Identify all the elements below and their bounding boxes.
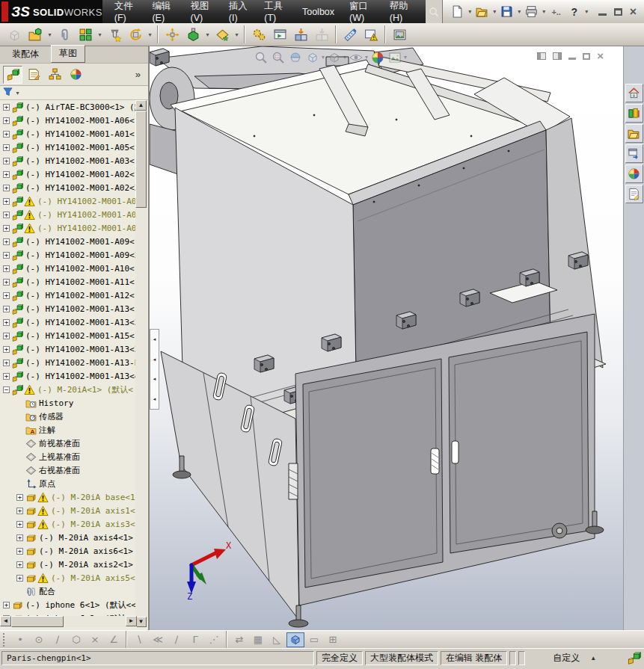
hide-show-items-button[interactable] bbox=[348, 49, 364, 65]
tree-item[interactable]: +(-) HY141002-M001-A07<1 bbox=[0, 208, 136, 221]
minimize-button[interactable] bbox=[598, 8, 607, 16]
take-snapshot-button[interactable] bbox=[390, 25, 409, 44]
insert-components-dropdown-icon[interactable]: ▾ bbox=[46, 31, 53, 38]
tree-item[interactable]: +(-) AirTAE-BC3000<1> (默认 bbox=[0, 100, 136, 114]
expand-icon[interactable]: + bbox=[3, 292, 10, 299]
tree-item[interactable]: +(-) HY141002-M001-A13-P bbox=[0, 356, 136, 369]
shaded-view-button[interactable] bbox=[286, 632, 304, 647]
tree-item[interactable]: A注解 bbox=[0, 423, 136, 437]
viewport-close-icon[interactable]: × bbox=[597, 52, 604, 60]
move-component-button[interactable] bbox=[162, 25, 182, 44]
pane-view-button[interactable]: ▭ bbox=[305, 632, 323, 647]
reference-geometry-button[interactable] bbox=[212, 25, 232, 44]
expand-icon[interactable]: + bbox=[16, 534, 23, 541]
tree-item[interactable]: +(-) HY141002-M001-A13<4 bbox=[0, 369, 136, 383]
expand-icon[interactable]: + bbox=[3, 144, 10, 151]
collapse-icon[interactable]: − bbox=[3, 386, 10, 393]
menu-工具T[interactable]: 工具(T) bbox=[257, 0, 295, 23]
corner-snap-button[interactable]: Γ bbox=[186, 632, 204, 647]
smart-fasteners-button[interactable] bbox=[105, 25, 124, 44]
exploded-view-button[interactable] bbox=[249, 25, 269, 44]
close-button[interactable]: × bbox=[630, 8, 637, 16]
line-snap-button[interactable]: ∕ bbox=[49, 632, 67, 647]
new-document-dropdown-icon[interactable]: ▾ bbox=[467, 8, 473, 15]
status-custom[interactable]: 自定义 ▲ bbox=[553, 652, 596, 665]
measure-button[interactable] bbox=[340, 25, 360, 44]
tree-item[interactable]: 上视基准面 bbox=[0, 450, 136, 463]
new-document-button[interactable] bbox=[449, 3, 467, 21]
custom-caret-icon[interactable]: ▲ bbox=[590, 655, 596, 662]
help-dropdown-icon[interactable]: ▾ bbox=[583, 8, 590, 15]
menu-编辑E[interactable]: 编辑(E) bbox=[144, 0, 183, 23]
tree-item[interactable]: History bbox=[0, 396, 136, 410]
tree-item[interactable]: +(-) M-20iA axis3< bbox=[0, 517, 136, 531]
tree-item[interactable]: +(-) M-20iA axis6<1> bbox=[0, 544, 136, 558]
filter-funnel-icon[interactable] bbox=[3, 86, 13, 99]
tree-item[interactable]: +(-) M-20iA axis2<1> bbox=[0, 558, 136, 571]
expand-icon[interactable]: + bbox=[3, 602, 10, 608]
featuremanager-tab[interactable] bbox=[3, 66, 22, 84]
expand-icon[interactable]: + bbox=[3, 346, 10, 353]
tree-item[interactable]: 右视基准面 bbox=[0, 463, 136, 477]
menu-视图V[interactable]: 视图(V) bbox=[183, 0, 221, 23]
angle-snap-button[interactable]: ∠ bbox=[105, 632, 123, 647]
tree-horizontal-scrollbar[interactable]: ◄ ► bbox=[0, 616, 137, 627]
view-orientation-button[interactable] bbox=[304, 49, 320, 65]
table-view-button[interactable]: ⊞ bbox=[324, 632, 342, 647]
zoom-to-fit-button[interactable] bbox=[253, 49, 269, 65]
tree-item[interactable]: +(-) M-20iA base<1 bbox=[0, 490, 136, 504]
tree-vertical-scrollbar[interactable]: ▲ ▼ bbox=[135, 100, 147, 627]
menu-帮助H[interactable]: 帮助(H) bbox=[382, 0, 421, 23]
stretch-snap-button[interactable]: ⇄ bbox=[230, 632, 248, 647]
assembly-features-dropdown-icon[interactable]: ▾ bbox=[204, 31, 211, 38]
print-dropdown-icon[interactable]: ▾ bbox=[541, 8, 548, 15]
parallel-snap-button[interactable]: ∕ bbox=[168, 632, 185, 647]
triangle-snap-button[interactable]: ◺ bbox=[268, 632, 286, 647]
display-style-dropdown-icon[interactable]: ▾ bbox=[343, 54, 346, 61]
menu-窗口W[interactable]: 窗口(W) bbox=[342, 0, 382, 23]
tree-item[interactable]: +(-) HY141002-M001-A02<1 bbox=[0, 167, 136, 181]
tree-item[interactable]: +(-) M-20iA axis4<1> bbox=[0, 531, 136, 544]
expand-icon[interactable]: + bbox=[16, 521, 23, 528]
expand-icon[interactable]: + bbox=[3, 279, 10, 286]
expand-icon[interactable]: + bbox=[3, 171, 10, 178]
viewport-minimize-icon[interactable] bbox=[568, 53, 576, 60]
open-dropdown-icon[interactable]: ▾ bbox=[491, 8, 498, 15]
rotate-component-button[interactable] bbox=[126, 25, 145, 44]
tree-item[interactable]: +(-) HY141002-M001-A05<1 bbox=[0, 141, 136, 154]
scroll-up-button[interactable]: ▲ bbox=[135, 100, 147, 111]
menu-文件F[interactable]: 文件(F) bbox=[107, 0, 145, 23]
apply-scene-dropdown-icon[interactable]: ▾ bbox=[404, 54, 407, 61]
tree-item[interactable]: 前视基准面 bbox=[0, 437, 136, 450]
expand-icon[interactable]: + bbox=[3, 185, 10, 191]
reference-geometry-dropdown-icon[interactable]: ▾ bbox=[233, 31, 240, 38]
expand-icon[interactable]: + bbox=[3, 252, 10, 259]
expand-icon[interactable]: + bbox=[16, 494, 23, 501]
expand-icon[interactable]: + bbox=[3, 238, 10, 245]
assembly-features-button[interactable] bbox=[183, 25, 203, 44]
scroll-left-button[interactable]: ◄ bbox=[0, 616, 11, 626]
tab-草图[interactable]: 草图 bbox=[51, 45, 85, 63]
save-dropdown-icon[interactable]: ▾ bbox=[516, 8, 523, 15]
interference-detection-button[interactable] bbox=[291, 25, 310, 44]
point-snap-button[interactable]: • bbox=[11, 632, 29, 647]
expand-icon[interactable]: + bbox=[3, 198, 10, 205]
custom-properties-tab[interactable] bbox=[625, 185, 643, 203]
tree-item[interactable]: +(-) HY141002-M001-A03<1 bbox=[0, 154, 136, 167]
tree-item[interactable]: 原点 bbox=[0, 477, 136, 490]
spline-snap-button[interactable]: ⋰ bbox=[205, 632, 223, 647]
search-icon[interactable] bbox=[426, 0, 442, 23]
tree-item[interactable]: +(-) iphone 6<1> (默认<< bbox=[0, 598, 136, 611]
help-button[interactable]: ? bbox=[565, 3, 583, 21]
grid-snap-button[interactable]: ▦ bbox=[249, 632, 267, 647]
section-view-button[interactable] bbox=[287, 49, 303, 65]
panel-splitter-handle[interactable]: ◂◂◂◂ bbox=[150, 329, 159, 410]
mate-button[interactable] bbox=[55, 25, 74, 44]
edit-appearance-button[interactable] bbox=[369, 49, 385, 65]
expand-icon[interactable]: + bbox=[3, 360, 10, 366]
filter-row[interactable]: ▾ bbox=[0, 86, 148, 100]
display-style-button[interactable] bbox=[326, 49, 342, 65]
expand-icon[interactable]: + bbox=[3, 104, 10, 111]
scroll-down-button[interactable]: ▼ bbox=[135, 617, 147, 627]
tree-item[interactable]: +(-) M-20iA axis1< bbox=[0, 504, 136, 517]
